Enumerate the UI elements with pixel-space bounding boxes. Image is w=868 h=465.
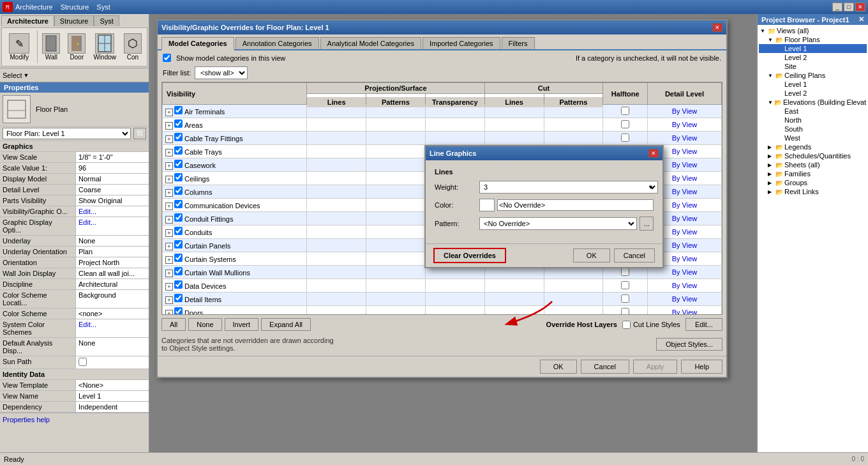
cell-detail-level[interactable]: By View	[647, 293, 721, 306]
expand-icon[interactable]: +	[165, 122, 173, 130]
cell-detail-level[interactable]: By View	[647, 105, 721, 118]
expand-icon[interactable]: +	[165, 256, 173, 264]
tab-structure[interactable]: Structure	[54, 15, 94, 26]
tab-architecture[interactable]: Architecture	[1, 15, 54, 26]
row-visibility-checkbox[interactable]	[174, 213, 183, 222]
expand-icon[interactable]: +	[165, 176, 173, 183]
expand-icon[interactable]: +	[165, 243, 173, 250]
expand-icon[interactable]: +	[165, 270, 173, 277]
expand-icon[interactable]: +	[165, 310, 173, 315]
expand-icon[interactable]: +	[165, 162, 173, 170]
row-visibility-checkbox[interactable]	[174, 294, 183, 302]
all-button[interactable]: All	[161, 318, 186, 331]
project-browser-close[interactable]: ✕	[858, 15, 864, 24]
halftone-checkbox[interactable]	[621, 133, 629, 142]
row-visibility-checkbox[interactable]	[174, 267, 183, 275]
halftone-checkbox[interactable]	[621, 107, 629, 115]
close-button[interactable]: ✕	[855, 3, 865, 11]
color-button[interactable]: <No Override>	[497, 199, 654, 211]
tree-item-level-1[interactable]: Level 1	[759, 44, 867, 53]
tree-item-east[interactable]: East	[759, 107, 867, 116]
line-cancel-button[interactable]: Cancel	[614, 248, 655, 263]
clear-overrides-button[interactable]: Clear Overrides	[433, 248, 506, 263]
vg-ok-button[interactable]: OK	[540, 360, 577, 374]
row-visibility-checkbox[interactable]	[174, 146, 183, 155]
row-visibility-checkbox[interactable]	[174, 307, 183, 315]
expand-icon[interactable]: +	[165, 149, 173, 156]
properties-help-link[interactable]: Properties help	[3, 416, 50, 423]
row-visibility-checkbox[interactable]	[174, 280, 183, 289]
tree-item-elevations--building-elevatio---[interactable]: ▼📂Elevations (Building Elevatio...	[759, 98, 867, 107]
row-visibility-checkbox[interactable]	[174, 240, 183, 248]
pattern-browse-button[interactable]: ...	[640, 217, 654, 231]
cell-detail-level[interactable]: By View	[647, 132, 721, 145]
cell-detail-level[interactable]: By View	[647, 306, 721, 316]
table-row[interactable]: +DoorsBy View	[163, 306, 722, 316]
row-visibility-checkbox[interactable]	[174, 160, 183, 168]
tab-model-categories[interactable]: Model Categories	[161, 37, 234, 50]
tab-imported-categories[interactable]: Imported Categories	[423, 37, 500, 49]
tab-analytical-model-categories[interactable]: Analytical Model Categories	[320, 37, 421, 49]
tree-item-level-2[interactable]: Level 2	[759, 89, 867, 98]
tree-item-level-2[interactable]: Level 2	[759, 53, 867, 62]
row-visibility-checkbox[interactable]	[174, 119, 183, 128]
table-row[interactable]: +Cable Tray FittingsBy View	[163, 132, 722, 145]
row-visibility-checkbox[interactable]	[174, 227, 183, 235]
expand-icon[interactable]: +	[165, 202, 173, 210]
ribbon-btn-window[interactable]: Window	[91, 31, 119, 63]
tree-item-legends[interactable]: ▶📂Legends	[759, 142, 867, 151]
app-menu-structure[interactable]: Structure	[61, 3, 89, 11]
expand-icon[interactable]: +	[165, 216, 173, 224]
edit-button[interactable]: Edit...	[685, 318, 722, 331]
app-menu-sys[interactable]: Syst	[96, 3, 110, 11]
vg-cancel-button[interactable]: Cancel	[581, 360, 629, 374]
tab-sys[interactable]: Syst	[94, 15, 119, 26]
ribbon-btn-wall[interactable]: Wall	[40, 31, 63, 63]
tree-item-schedules-quantities[interactable]: ▶📂Schedules/Quantities	[759, 151, 867, 160]
tree-item-revit-links[interactable]: ▶📂Revit Links	[759, 187, 867, 196]
invert-button[interactable]: Invert	[225, 318, 259, 331]
line-dialog-close[interactable]: ✕	[648, 149, 659, 158]
halftone-checkbox[interactable]	[621, 308, 629, 316]
row-visibility-checkbox[interactable]	[174, 254, 183, 262]
ribbon-btn-con[interactable]: ⬡ Con	[121, 31, 144, 63]
tree-item-ceiling-plans[interactable]: ▼📂Ceiling Plans	[759, 71, 867, 80]
object-styles-button[interactable]: Object Styles...	[656, 338, 722, 351]
show-model-categories-checkbox[interactable]	[163, 54, 171, 62]
app-menu-architecture[interactable]: Architecture	[15, 3, 53, 11]
expand-icon[interactable]: +	[165, 229, 173, 237]
vg-dialog-close[interactable]: ✕	[712, 23, 722, 32]
pattern-select[interactable]: <No Override>	[479, 217, 637, 230]
expand-icon[interactable]: +	[165, 135, 173, 143]
tree-item-north[interactable]: North	[759, 116, 867, 125]
floor-plan-dropdown[interactable]: Floor Plan: Level 1	[3, 128, 131, 139]
cell-detail-level[interactable]: By View	[647, 279, 721, 293]
minimize-button[interactable]: _	[832, 3, 842, 11]
expand-all-button[interactable]: Expand All	[261, 318, 311, 331]
row-visibility-checkbox[interactable]	[174, 173, 183, 181]
graphic-disp-edit-btn[interactable]: Edit...	[75, 217, 149, 235]
tab-filters[interactable]: Filters	[502, 37, 535, 49]
row-visibility-checkbox[interactable]	[174, 187, 183, 195]
expand-icon[interactable]: +	[165, 189, 173, 197]
tree-item-west[interactable]: West	[759, 133, 867, 142]
table-row[interactable]: +Data DevicesBy View	[163, 279, 722, 293]
maximize-button[interactable]: □	[844, 3, 854, 11]
filter-list-select[interactable]: <show all>	[195, 66, 248, 79]
line-ok-button[interactable]: OK	[573, 248, 610, 263]
tree-item-site[interactable]: Site	[759, 62, 867, 71]
halftone-checkbox[interactable]	[621, 268, 629, 276]
weight-select[interactable]: 3	[479, 181, 658, 194]
cell-detail-level[interactable]: By View	[647, 118, 721, 132]
ribbon-btn-door[interactable]: Door	[65, 31, 88, 63]
tree-item-groups[interactable]: ▶📂Groups	[759, 178, 867, 187]
tree-item-families[interactable]: ▶📂Families	[759, 169, 867, 178]
expand-icon[interactable]: +	[165, 283, 173, 291]
vg-help-button[interactable]: Help	[681, 360, 722, 374]
tree-item-floor-plans[interactable]: ▼📂Floor Plans	[759, 35, 867, 44]
vg-overrides-edit-btn[interactable]: Edit...	[75, 206, 149, 217]
vg-apply-button[interactable]: Apply	[633, 360, 678, 374]
halftone-checkbox[interactable]	[621, 281, 629, 289]
table-row[interactable]: +AreasBy View	[163, 118, 722, 132]
tree-item-sheets--all-[interactable]: ▶📂Sheets (all)	[759, 160, 867, 169]
